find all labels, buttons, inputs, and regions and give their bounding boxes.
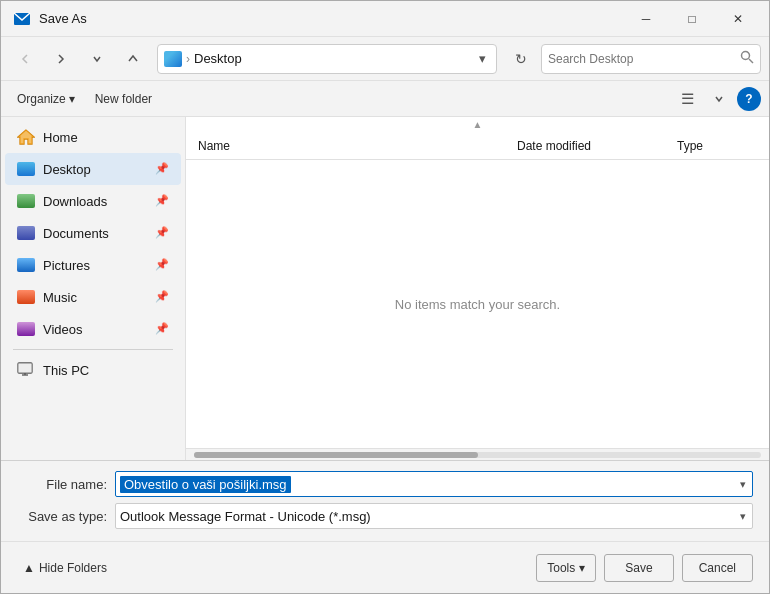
save-as-type-dropdown-button[interactable]: ▾ xyxy=(738,510,748,523)
downloads-folder-icon xyxy=(17,192,35,210)
pictures-pin-icon: 📌 xyxy=(155,258,169,272)
file-list-body: No items match your search. xyxy=(186,160,769,448)
search-input[interactable] xyxy=(548,52,736,66)
tools-label: Tools xyxy=(547,561,575,575)
music-folder-icon xyxy=(17,288,35,306)
action-bar: Organize ▾ New folder ☰ ? xyxy=(1,81,769,117)
close-button[interactable]: ✕ xyxy=(715,3,761,35)
svg-point-1 xyxy=(742,52,750,60)
view-options-button[interactable]: ☰ xyxy=(673,85,701,113)
address-folder-icon xyxy=(164,51,182,67)
dialog-icon xyxy=(13,10,31,28)
desktop-folder-icon xyxy=(17,160,35,178)
save-as-type-select[interactable]: Outlook Message Format - Unicode (*.msg)… xyxy=(115,503,753,529)
file-list-header: Name Date modified Type xyxy=(186,132,769,160)
hide-folders-button[interactable]: ▲ Hide Folders xyxy=(17,557,113,579)
sidebar-item-videos[interactable]: Videos 📌 xyxy=(5,313,181,345)
up-button[interactable] xyxy=(117,43,149,75)
footer-left: ▲ Hide Folders xyxy=(17,557,528,579)
refresh-button[interactable]: ↻ xyxy=(505,43,537,75)
save-as-dialog: Save As ─ □ ✕ › Desktop ▾ ↻ xyxy=(0,0,770,594)
address-bar: › Desktop ▾ xyxy=(157,44,497,74)
videos-pin-icon: 📌 xyxy=(155,322,169,336)
home-icon xyxy=(17,128,35,146)
sidebar-divider xyxy=(13,349,173,350)
sidebar-item-downloads[interactable]: Downloads 📌 xyxy=(5,185,181,217)
address-separator: › xyxy=(186,52,190,66)
sidebar-videos-label: Videos xyxy=(43,322,147,337)
this-pc-icon xyxy=(17,361,35,379)
sidebar-item-home[interactable]: Home xyxy=(5,121,181,153)
action-bar-right: ☰ ? xyxy=(673,85,761,113)
back-button[interactable] xyxy=(9,43,41,75)
file-name-highlighted: Obvestilo o vaši pošiljki.msg xyxy=(120,476,291,493)
search-icon-button[interactable] xyxy=(740,50,754,67)
content-area: Home Desktop 📌 Downloads 📌 xyxy=(1,117,769,460)
forward-button[interactable] xyxy=(45,43,77,75)
svg-rect-6 xyxy=(18,363,32,373)
save-as-type-label: Save as type: xyxy=(17,509,107,524)
this-pc-label: This PC xyxy=(43,363,169,378)
dialog-title: Save As xyxy=(39,11,623,26)
tools-dropdown-icon: ▾ xyxy=(579,561,585,575)
pictures-folder-icon xyxy=(17,256,35,274)
organize-button[interactable]: Organize ▾ xyxy=(9,85,83,113)
help-button[interactable]: ? xyxy=(737,87,761,111)
sidebar-home-label: Home xyxy=(43,130,169,145)
file-list: ▲ Name Date modified Type No items match… xyxy=(186,117,769,460)
navigation-toolbar: › Desktop ▾ ↻ xyxy=(1,37,769,81)
hide-folders-icon: ▲ xyxy=(23,561,35,575)
search-bar xyxy=(541,44,761,74)
scroll-up-indicator: ▲ xyxy=(186,117,769,132)
view-dropdown-button[interactable] xyxy=(705,85,733,113)
save-button[interactable]: Save xyxy=(604,554,673,582)
sidebar-item-desktop[interactable]: Desktop 📌 xyxy=(5,153,181,185)
address-dropdown-button[interactable]: ▾ xyxy=(475,49,490,68)
address-location: Desktop xyxy=(194,51,471,66)
scrollbar-thumb[interactable] xyxy=(194,452,478,458)
file-name-row: File name: Obvestilo o vaši pošiljki.msg… xyxy=(17,471,753,497)
scrollbar-track[interactable] xyxy=(194,452,761,458)
history-dropdown-button[interactable] xyxy=(81,43,113,75)
sidebar-documents-label: Documents xyxy=(43,226,147,241)
file-name-label: File name: xyxy=(17,477,107,492)
footer-right: Tools ▾ Save Cancel xyxy=(536,554,753,582)
sidebar-pictures-label: Pictures xyxy=(43,258,147,273)
new-folder-button[interactable]: New folder xyxy=(87,85,160,113)
window-controls: ─ □ ✕ xyxy=(623,3,761,35)
documents-folder-icon xyxy=(17,224,35,242)
desktop-pin-icon: 📌 xyxy=(155,162,169,176)
tools-button[interactable]: Tools ▾ xyxy=(536,554,596,582)
title-bar: Save As ─ □ ✕ xyxy=(1,1,769,37)
file-name-input[interactable] xyxy=(291,477,738,492)
file-name-dropdown-button[interactable]: ▾ xyxy=(738,478,748,491)
bottom-form: File name: Obvestilo o vaši pošiljki.msg… xyxy=(1,460,769,541)
horizontal-scrollbar[interactable] xyxy=(186,448,769,460)
sidebar-item-documents[interactable]: Documents 📌 xyxy=(5,217,181,249)
save-as-type-value: Outlook Message Format - Unicode (*.msg) xyxy=(120,509,738,524)
downloads-pin-icon: 📌 xyxy=(155,194,169,208)
sidebar-music-label: Music xyxy=(43,290,147,305)
sidebar-item-pictures[interactable]: Pictures 📌 xyxy=(5,249,181,281)
sidebar-downloads-label: Downloads xyxy=(43,194,147,209)
empty-message: No items match your search. xyxy=(395,297,560,312)
sidebar-item-music[interactable]: Music 📌 xyxy=(5,281,181,313)
save-type-row: Save as type: Outlook Message Format - U… xyxy=(17,503,753,529)
hide-folders-label: Hide Folders xyxy=(39,561,107,575)
file-name-input-wrap[interactable]: Obvestilo o vaši pošiljki.msg ▾ xyxy=(115,471,753,497)
footer: ▲ Hide Folders Tools ▾ Save Cancel xyxy=(1,541,769,593)
column-type: Type xyxy=(677,139,757,153)
minimize-button[interactable]: ─ xyxy=(623,3,669,35)
svg-line-2 xyxy=(749,59,753,63)
documents-pin-icon: 📌 xyxy=(155,226,169,240)
svg-marker-4 xyxy=(18,130,34,144)
videos-folder-icon xyxy=(17,320,35,338)
sidebar: Home Desktop 📌 Downloads 📌 xyxy=(1,117,186,460)
music-pin-icon: 📌 xyxy=(155,290,169,304)
maximize-button[interactable]: □ xyxy=(669,3,715,35)
cancel-button[interactable]: Cancel xyxy=(682,554,753,582)
column-name: Name xyxy=(198,139,517,153)
column-date-modified: Date modified xyxy=(517,139,677,153)
sidebar-desktop-label: Desktop xyxy=(43,162,147,177)
sidebar-item-this-pc[interactable]: This PC xyxy=(5,354,181,386)
